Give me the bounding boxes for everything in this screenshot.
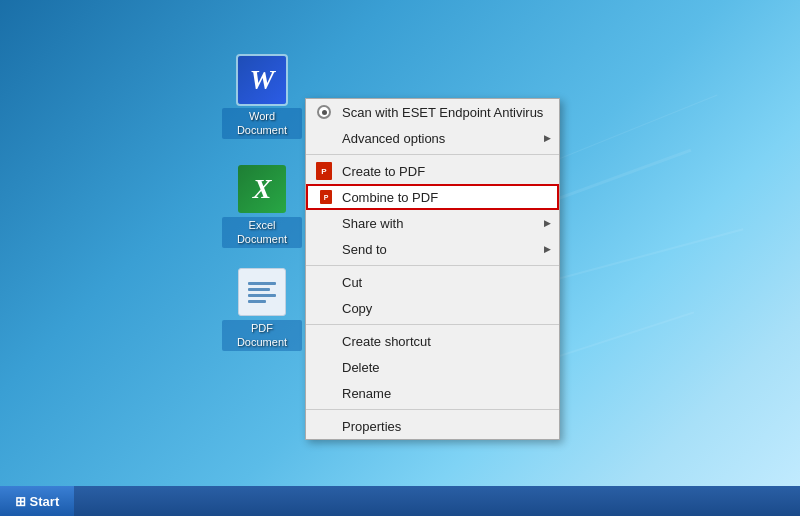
excel-icon-label: Excel Document (222, 217, 302, 248)
pdf-file-icon (238, 268, 286, 316)
menu-item-create-shortcut[interactable]: Create shortcut (306, 328, 559, 354)
excel-icon (238, 165, 286, 213)
menu-item-scan-eset[interactable]: Scan with ESET Endpoint Antivirus (306, 99, 559, 125)
menu-item-share-with[interactable]: Share with (306, 210, 559, 236)
context-menu: Scan with ESET Endpoint Antivirus Advanc… (305, 98, 560, 440)
desktop-icon-pdf[interactable]: PDF Document (222, 268, 302, 351)
separator-1 (306, 154, 559, 155)
menu-item-copy[interactable]: Copy (306, 295, 559, 321)
menu-item-send-to[interactable]: Send to (306, 236, 559, 262)
menu-item-combine-pdf[interactable]: P Combine to PDF (306, 184, 559, 210)
menu-item-cut[interactable]: Cut (306, 269, 559, 295)
separator-4 (306, 409, 559, 410)
menu-item-rename[interactable]: Rename (306, 380, 559, 406)
menu-item-properties[interactable]: Properties (306, 413, 559, 439)
radio-icon (314, 102, 334, 122)
word-icon-label: Word Document (222, 108, 302, 139)
separator-2 (306, 265, 559, 266)
pdf-icon-label: PDF Document (222, 320, 302, 351)
desktop-icon-excel[interactable]: Excel Document (222, 165, 302, 248)
combine-pdf-icon: P (316, 187, 336, 207)
start-button[interactable]: ⊞ Start (0, 486, 74, 516)
create-pdf-icon: P (314, 161, 334, 181)
menu-item-advanced-options[interactable]: Advanced options (306, 125, 559, 151)
word-icon (238, 56, 286, 104)
taskbar: ⊞ Start (0, 486, 800, 516)
menu-item-create-pdf[interactable]: P Create to PDF (306, 158, 559, 184)
menu-item-delete[interactable]: Delete (306, 354, 559, 380)
desktop-icon-word[interactable]: Word Document (222, 56, 302, 139)
separator-3 (306, 324, 559, 325)
